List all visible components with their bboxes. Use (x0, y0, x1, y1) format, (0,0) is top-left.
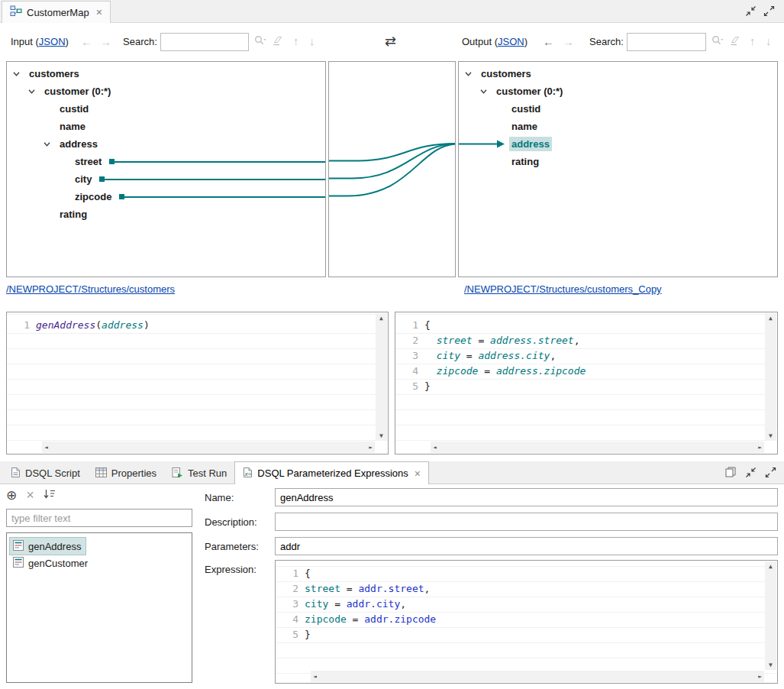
restore-icon[interactable] (745, 467, 757, 480)
mapping-anchor[interactable] (119, 194, 124, 199)
code-token: addr.zipcode (364, 613, 436, 625)
search-previous-icon[interactable]: ↑ (293, 34, 299, 48)
tree-item-rating[interactable]: rating (459, 153, 777, 170)
scroll-left-icon[interactable]: ◄ (433, 442, 437, 453)
search-previous-icon[interactable]: ↑ (750, 34, 756, 48)
horizontal-scrollbar[interactable]: ◄ ► (311, 671, 764, 682)
swap-direction-icon[interactable]: ⇄ (385, 33, 396, 50)
mapping-canvas[interactable] (328, 61, 456, 277)
scroll-down-icon[interactable]: ▼ (765, 432, 776, 439)
tree-item-name[interactable]: name (7, 118, 325, 135)
code-area[interactable]: 1genAddress(address) (7, 312, 388, 333)
tab-dsql-script[interactable]: DSQL Script (3, 462, 88, 484)
tree-item-customers[interactable]: customers (7, 65, 325, 82)
maximize-icon[interactable] (763, 5, 775, 19)
tab-properties[interactable]: Properties (88, 462, 164, 484)
code-line[interactable]: 2street = addr.street, (276, 581, 777, 597)
tab-dsql-parameterized-expressions[interactable]: x=DSQL Parameterized Expressions× (234, 461, 429, 484)
code-line[interactable]: 1genAddress(address) (7, 318, 388, 333)
scroll-right-icon[interactable]: ► (758, 442, 762, 453)
filter-input[interactable] (6, 509, 192, 527)
restore-icon[interactable] (745, 5, 757, 19)
tab-test-run[interactable]: Test Run (164, 462, 234, 484)
clear-highlight-icon[interactable] (273, 36, 283, 48)
search-next-icon[interactable]: ↓ (309, 34, 315, 48)
code-line[interactable]: 5} (395, 379, 777, 394)
scroll-up-icon[interactable]: ▲ (765, 315, 776, 322)
scroll-right-icon[interactable]: ► (369, 442, 373, 453)
tree-item-name[interactable]: name (459, 118, 777, 135)
tree-item-label: customer (0:*) (494, 84, 565, 99)
tree-item-custid[interactable]: custid (459, 100, 777, 118)
tree-item-rating[interactable]: rating (7, 205, 325, 223)
target-expression-editor[interactable]: 1{2 street = address.street,3 city = add… (395, 312, 778, 454)
search-next-icon[interactable]: ↓ (766, 34, 772, 48)
search-icon[interactable] (254, 35, 266, 48)
code-line[interactable]: 3 city = address.city, (395, 348, 777, 364)
delete-expression-icon[interactable]: × (26, 489, 34, 502)
tab-customermap[interactable]: CustomerMap × (2, 1, 111, 23)
parameters-field[interactable] (275, 537, 778, 555)
search-input-right[interactable] (627, 33, 706, 51)
vertical-scrollbar[interactable]: ▲ ▼ (376, 313, 387, 441)
expression-editor[interactable]: 1{2street = addr.street,3city = addr.cit… (275, 560, 778, 684)
scroll-down-icon[interactable]: ▼ (765, 662, 776, 668)
mapping-anchor[interactable] (99, 176, 105, 182)
forward-icon[interactable]: → (563, 35, 574, 49)
horizontal-scrollbar[interactable]: ◄ ► (42, 442, 375, 453)
search-icon[interactable] (711, 35, 724, 48)
chevron-down-icon[interactable] (465, 72, 479, 76)
tree-item-custid[interactable]: custid (7, 100, 325, 118)
code-line[interactable]: 5} (276, 627, 777, 642)
scroll-left-icon[interactable]: ◄ (313, 671, 317, 682)
tree-item-zipcode[interactable]: zipcode (7, 188, 325, 205)
code-line[interactable]: 3city = addr.city, (276, 597, 777, 612)
scroll-up-icon[interactable]: ▲ (376, 315, 387, 322)
code-area[interactable]: 1{2street = addr.street,3city = addr.cit… (276, 561, 777, 642)
vertical-scrollbar[interactable]: ▲ ▼ (765, 561, 776, 670)
scroll-right-icon[interactable]: ► (758, 671, 762, 682)
list-item-gencustomer[interactable]: genCustomer (10, 555, 92, 571)
scroll-down-icon[interactable]: ▼ (376, 432, 387, 439)
close-icon[interactable]: × (415, 467, 421, 480)
sort-icon[interactable] (44, 489, 56, 502)
code-area[interactable]: 1{2 street = address.street,3 city = add… (395, 312, 777, 394)
search-input-left[interactable] (160, 33, 249, 51)
tree-item-street[interactable]: street (7, 153, 325, 170)
code-line[interactable]: 2 street = address.street, (395, 333, 777, 348)
maximize-icon[interactable] (765, 467, 776, 480)
tree-item-address[interactable]: address (7, 135, 325, 153)
output-json-link[interactable]: JSON (498, 36, 524, 47)
horizontal-scrollbar[interactable]: ◄ ► (431, 442, 764, 453)
vertical-scrollbar[interactable]: ▲ ▼ (765, 313, 776, 441)
input-json-link[interactable]: JSON (39, 36, 66, 47)
forward-icon[interactable]: → (100, 35, 111, 49)
input-structure-link[interactable]: /NEWPROJECT/Structures/customers (6, 283, 175, 295)
list-item-genaddress[interactable]: genAddress (10, 538, 85, 555)
close-icon[interactable]: × (96, 6, 102, 18)
chevron-down-icon[interactable] (13, 72, 27, 76)
chevron-down-icon[interactable] (28, 89, 42, 94)
code-line[interactable]: 4 zipcode = address.zipcode (395, 364, 777, 379)
tree-item-customers[interactable]: customers (459, 65, 777, 82)
chevron-down-icon[interactable] (480, 89, 494, 94)
scroll-up-icon[interactable]: ▲ (765, 563, 776, 570)
chevron-down-icon[interactable] (44, 142, 57, 147)
tree-item-customer-0[interactable]: customer (0:*) (7, 82, 325, 100)
tree-item-customer-0[interactable]: customer (0:*) (459, 82, 777, 100)
mapping-anchor[interactable] (109, 159, 115, 164)
back-icon[interactable]: ← (81, 35, 92, 49)
output-structure-link[interactable]: /NEWPROJECT/Structures/customers_Copy (464, 283, 662, 295)
mapping-expression-editor[interactable]: 1genAddress(address) ▲ ▼ ◄ ► (6, 312, 389, 454)
back-icon[interactable]: ← (543, 35, 554, 49)
name-field[interactable] (275, 488, 778, 506)
tree-item-city[interactable]: city (7, 170, 325, 188)
clear-highlight-icon[interactable] (730, 36, 740, 48)
description-field[interactable] (275, 513, 778, 531)
add-expression-icon[interactable]: ⊕ (6, 489, 17, 502)
code-line[interactable]: 1{ (276, 566, 777, 581)
code-line[interactable]: 4zipcode = addr.zipcode (276, 612, 777, 627)
code-line[interactable]: 1{ (395, 318, 777, 333)
pages-icon[interactable] (725, 467, 737, 480)
scroll-left-icon[interactable]: ◄ (44, 442, 48, 453)
